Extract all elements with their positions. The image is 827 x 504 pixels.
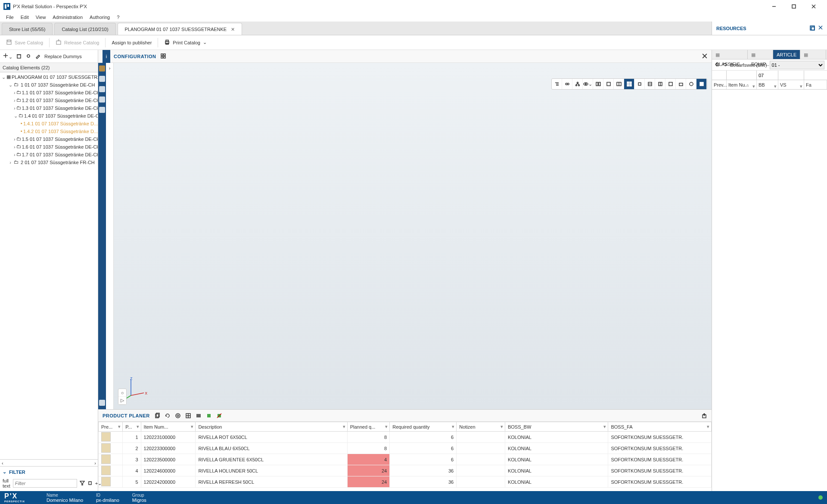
cell-notes[interactable] bbox=[457, 465, 505, 476]
sidetab-item[interactable] bbox=[99, 86, 105, 92]
planer-col[interactable]: Planned q...▾ bbox=[347, 422, 390, 432]
tree-node[interactable]: ⌄🗀1.4 01 07 1037 Süssgetränke DE-CH S... bbox=[0, 112, 98, 120]
tree-node[interactable]: ›🗀1.6 01 07 1037 Süssgetränke DE-CH S... bbox=[0, 143, 98, 151]
tool-icon[interactable] bbox=[665, 79, 676, 89]
planer-col[interactable]: BOSS_FA▾ bbox=[608, 422, 712, 432]
cell-notes[interactable] bbox=[457, 443, 505, 454]
copy-icon[interactable] bbox=[154, 413, 160, 419]
grid-icon[interactable] bbox=[185, 413, 191, 419]
filter-select[interactable]: 01 - bbox=[770, 61, 824, 69]
tree-node[interactable]: ›🗀1.1 01 07 1037 Süssgetränke DE-CH S... bbox=[0, 89, 98, 96]
planer-row[interactable]: 1 120223100000 RIVELLA ROT 6X50CL 8 6 KO… bbox=[99, 432, 712, 443]
minimize-button[interactable] bbox=[764, 0, 784, 13]
sidetab-item[interactable] bbox=[99, 76, 105, 82]
bb-filter-input[interactable] bbox=[757, 71, 778, 80]
twisty-icon[interactable]: › bbox=[14, 98, 16, 103]
brush-icon[interactable] bbox=[35, 53, 41, 60]
link-icon[interactable] bbox=[562, 79, 572, 89]
fa-filter-input[interactable] bbox=[804, 71, 827, 80]
filter-icon[interactable]: ▾ bbox=[191, 424, 193, 429]
sidetab-item[interactable] bbox=[99, 96, 105, 103]
maximize-button[interactable] bbox=[784, 0, 804, 13]
delete-filter-icon[interactable] bbox=[87, 480, 93, 486]
assign-publisher-button[interactable]: Assign to publisher bbox=[106, 35, 158, 50]
eye-icon[interactable]: ⌄ bbox=[583, 79, 593, 89]
planer-row[interactable]: 4 120224600000 RIVELLA HOLUNDER 50CL 24 … bbox=[99, 465, 712, 476]
tree-node[interactable]: ▪1.4.1 01 07 1037 Süssgetränke D... bbox=[0, 120, 98, 128]
tree-view-icon[interactable] bbox=[552, 79, 562, 89]
info-icon[interactable]: i bbox=[103, 50, 110, 63]
export-icon[interactable] bbox=[715, 62, 720, 68]
chevron-down-icon[interactable]: ⌄ bbox=[3, 469, 6, 475]
menu-view[interactable]: View bbox=[32, 14, 50, 21]
item-filter-input[interactable] bbox=[727, 71, 757, 80]
resource-rows[interactable] bbox=[712, 90, 827, 491]
vs-filter-input[interactable] bbox=[778, 71, 804, 80]
split-icon[interactable] bbox=[593, 79, 603, 89]
record-icon[interactable]: ○ bbox=[118, 389, 126, 397]
cell-notes[interactable] bbox=[457, 432, 505, 443]
tool-icon[interactable] bbox=[645, 79, 655, 89]
planer-row[interactable]: 3 120223500000 RIVELLA GRUENTEE 6X50CL 4… bbox=[99, 454, 712, 465]
filter-active-icon[interactable]: ▾ bbox=[774, 81, 777, 91]
twisty-icon[interactable]: › bbox=[14, 106, 16, 111]
filter-icon[interactable]: ▾ bbox=[603, 424, 606, 429]
col-fa[interactable]: Fa bbox=[804, 80, 827, 89]
tree-node[interactable]: ⌄🗀1 01 07 1037 Süssgetränke DE-CH bbox=[0, 81, 98, 89]
release-catalog-button[interactable]: Release Catalog bbox=[50, 35, 105, 50]
chevron-left-icon[interactable]: ‹ bbox=[2, 460, 3, 466]
filter-icon[interactable]: ▾ bbox=[452, 424, 454, 429]
planer-row[interactable]: 2 120223300000 RIVELLA BLAU 6X50CL 8 6 K… bbox=[99, 443, 712, 454]
3d-viewport[interactable]: ⌄ bbox=[114, 63, 712, 409]
close-icon[interactable]: ✕ bbox=[231, 27, 235, 32]
tree-header[interactable]: Catalog Elements (22) bbox=[0, 63, 98, 72]
planer-row[interactable]: 5 120224200000 RIVELLA REFRESH 50CL 24 3… bbox=[99, 476, 712, 488]
planer-col[interactable]: Notizen▾ bbox=[457, 422, 505, 432]
grid-icon[interactable] bbox=[161, 53, 166, 59]
hierarchy-icon[interactable] bbox=[572, 79, 583, 89]
twisty-icon[interactable]: › bbox=[14, 152, 16, 157]
twisty-icon[interactable]: › bbox=[14, 137, 16, 142]
refresh-icon[interactable] bbox=[165, 413, 171, 419]
twisty-icon[interactable]: › bbox=[14, 90, 16, 95]
filter-icon[interactable]: ▾ bbox=[118, 424, 121, 429]
cell-notes[interactable] bbox=[457, 476, 505, 488]
tool-icon[interactable] bbox=[686, 79, 696, 89]
close-panel-icon[interactable] bbox=[818, 25, 823, 31]
col-bb[interactable]: BB▾ bbox=[757, 80, 778, 89]
highlight-off-icon[interactable] bbox=[216, 413, 222, 419]
close-button[interactable] bbox=[804, 0, 824, 13]
catalog-tree[interactable]: ⌄▦PLANOGRAM 01 07 1037 SUESSGETRAENKE...… bbox=[0, 72, 98, 267]
menu-edit[interactable]: Edit bbox=[17, 14, 32, 21]
sidetab-item[interactable] bbox=[99, 65, 105, 72]
barcode-icon[interactable] bbox=[196, 413, 202, 419]
tab-store-list[interactable]: Store List (55/55) bbox=[2, 23, 53, 35]
planer-col[interactable]: P...▾ bbox=[123, 422, 141, 432]
chevron-right-icon[interactable]: › bbox=[94, 460, 96, 466]
tree-node[interactable]: ›🗀1.2 01 07 1037 Süssgetränke DE-CH S... bbox=[0, 96, 98, 104]
planer-col[interactable]: Pre...▾ bbox=[99, 422, 123, 432]
filter-icon[interactable]: ▾ bbox=[385, 424, 388, 429]
refresh-icon[interactable] bbox=[722, 62, 728, 68]
tab-catalog-list[interactable]: Catalog List (210/210) bbox=[54, 23, 115, 35]
play-icon[interactable]: ▷ bbox=[118, 397, 126, 404]
col-preview[interactable]: Prev... bbox=[712, 80, 727, 89]
save-catalog-button[interactable]: Save Catalog bbox=[0, 35, 49, 50]
expand-handle[interactable]: › bbox=[106, 63, 114, 409]
tool-icon[interactable] bbox=[696, 79, 707, 89]
tree-node[interactable]: ›🗀1.7 01 07 1037 Süssgetränke DE-CH S... bbox=[0, 151, 98, 159]
tree-node[interactable]: ›🗀2 01 07 1037 Süssgetränke FR-CH bbox=[0, 159, 98, 166]
col-vs[interactable]: VS▾ bbox=[778, 80, 804, 89]
highlight-icon[interactable] bbox=[206, 413, 212, 419]
twisty-icon[interactable]: › bbox=[14, 144, 16, 149]
menu-administration[interactable]: Administration bbox=[49, 14, 86, 21]
add-button[interactable]: ⌄ bbox=[3, 53, 12, 60]
print-icon[interactable] bbox=[99, 400, 105, 406]
view-single-icon[interactable] bbox=[603, 79, 614, 89]
print-catalog-button[interactable]: Print Catalog ⌄ bbox=[158, 35, 213, 50]
planer-table[interactable]: Pre...▾P...▾Item Num...▾Description▾Plan… bbox=[98, 422, 712, 491]
planer-col[interactable]: Item Num...▾ bbox=[141, 422, 196, 432]
menu-help[interactable]: ? bbox=[113, 14, 123, 21]
view-grid-icon[interactable] bbox=[624, 79, 634, 89]
resource-tab[interactable]: ARTICLE bbox=[773, 50, 800, 59]
